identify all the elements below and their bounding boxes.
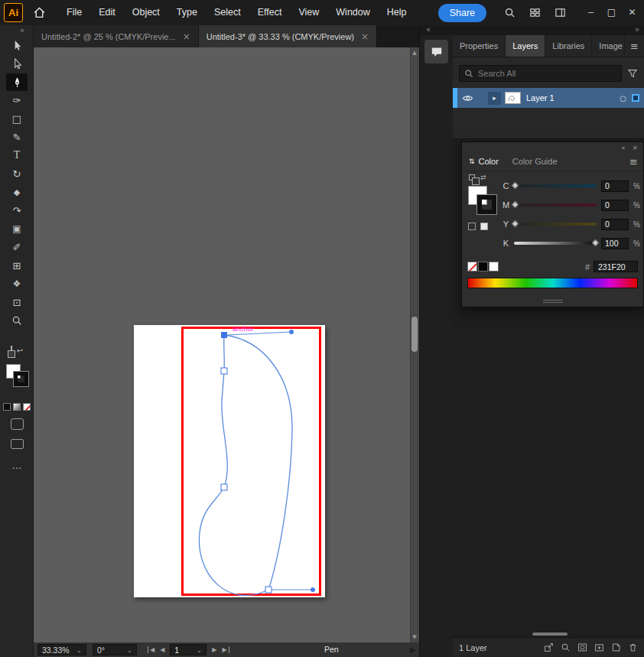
symbols-tool[interactable]: ❖ [0,275,34,293]
workspace-switcher-icon[interactable] [555,7,566,18]
eraser-tool[interactable]: ◆ [0,183,34,201]
menu-object[interactable]: Object [124,0,168,25]
collapse-comments-icon[interactable]: « [420,25,453,35]
close-panel-icon[interactable]: × [632,144,638,151]
rotation-dropdown[interactable]: 0° ⌄ [93,644,137,655]
panel-resize-grip[interactable] [543,300,563,304]
slider-thumb[interactable] [512,201,519,209]
type-tool[interactable]: T [0,146,34,164]
close-button[interactable]: ✕ [622,0,642,25]
black-swatch[interactable] [478,262,488,272]
tab-close-icon[interactable]: × [361,31,369,42]
black-slider[interactable] [514,242,597,245]
home-icon[interactable] [33,6,46,19]
last-artboard-icon[interactable]: ▶ [222,646,229,653]
cyan-slider[interactable] [514,184,597,187]
tab-image-trace[interactable]: Image Tra [592,35,625,57]
layer-row-layer-1[interactable]: ▸ Layer 1 ○ [453,88,644,108]
none-fill-icon[interactable] [23,403,31,411]
tab-properties[interactable]: Properties [453,35,506,57]
black-value-input[interactable] [601,238,629,249]
color-spectrum-bar[interactable] [467,278,638,288]
new-sublayer-icon[interactable] [594,642,604,652]
collect-for-export-icon[interactable] [544,642,554,652]
eyedropper-tool[interactable]: ✐ [0,238,34,256]
gradient-fill-icon[interactable] [13,403,21,411]
menu-help[interactable]: Help [379,0,415,25]
duplicate-state-icon[interactable] [11,346,12,355]
arrange-documents-icon[interactable] [529,7,541,18]
previous-artboard-icon[interactable]: ◀ [160,646,164,653]
pattern-swatch-icon[interactable] [468,223,476,230]
white-swatch[interactable] [489,262,499,272]
yellow-slider[interactable] [514,223,597,226]
zoom-tool[interactable] [0,311,34,330]
maximize-button[interactable]: □ [601,0,622,25]
pencil-tool[interactable]: ✎ [0,128,34,146]
slider-thumb[interactable] [592,239,600,247]
scrollbar-thumb[interactable] [411,317,418,352]
magenta-value-input[interactable] [601,200,629,211]
selection-tool[interactable] [0,36,34,54]
default-colors-icon[interactable] [469,174,475,181]
share-button[interactable]: Share [438,4,486,22]
direct-selection-tool[interactable] [0,54,34,73]
slider-thumb[interactable] [512,220,519,228]
artboard-number-input[interactable] [174,646,193,655]
layers-search-input[interactable] [478,69,616,78]
comments-button[interactable] [424,40,448,63]
menu-select[interactable]: Select [206,0,249,25]
swap-colors-icon[interactable]: ⇄ [480,174,486,181]
artboard-tool[interactable]: ⊡ [0,293,34,311]
shape-builder-tool[interactable]: ⊞ [0,256,34,275]
stroke-color-swatch[interactable] [477,195,496,214]
canvas[interactable]: anchor ▲ ▼ [34,47,419,642]
panel-menu-icon[interactable]: ≡ [625,35,644,57]
layers-search-field[interactable] [459,65,622,82]
pen-tool[interactable] [0,73,34,91]
cyan-value-input[interactable] [601,181,629,192]
new-layer-icon[interactable] [611,642,621,652]
drawing-modes-button[interactable] [0,418,34,430]
toolbar-expand-icon[interactable]: » [0,25,33,36]
tab-color[interactable]: ⇅ Color [462,157,506,166]
layer-thumbnail[interactable] [505,92,521,104]
hex-value-input[interactable] [594,261,638,272]
layer-target-icon[interactable]: ○ [620,94,626,102]
layer-selection-chip[interactable] [632,94,639,102]
menu-edit[interactable]: Edit [90,0,124,25]
screen-mode-button[interactable] [0,439,34,449]
vertical-scrollbar[interactable]: ▲ ▼ [410,47,419,642]
locate-object-icon[interactable] [561,642,571,652]
rotate-tool[interactable]: ↻ [0,164,34,183]
menu-type[interactable]: Type [168,0,206,25]
edit-toolbar-button[interactable]: … [0,460,34,471]
status-bar-next-icon[interactable]: ▶ [410,646,416,654]
minimize-button[interactable]: – [581,0,601,25]
tab-close-icon[interactable]: × [183,31,190,42]
tab-color-guide[interactable]: Color Guide [506,157,564,166]
frame-tool[interactable]: ▣ [0,220,34,238]
tab-layers[interactable]: Layers [506,35,545,57]
none-swatch[interactable] [467,262,477,272]
stroke-color-swatch[interactable] [14,372,28,386]
menu-window[interactable]: Window [327,0,378,25]
menu-view[interactable]: View [290,0,327,25]
curvature-tool[interactable]: ✑ [0,91,34,109]
rotate-view-tool[interactable]: ↷ [0,201,34,220]
scroll-up-icon[interactable]: ▲ [411,50,418,56]
zoom-level-dropdown[interactable]: 33.33% ⌄ [37,644,86,655]
last-color-icon[interactable] [480,223,488,230]
tab-libraries[interactable]: Libraries [545,35,592,57]
rectangle-tool[interactable]: □ [0,109,34,128]
next-artboard-icon[interactable]: ▶ [212,646,216,653]
first-artboard-icon[interactable]: ◀ [148,646,154,653]
expand-panels-icon[interactable]: » [635,25,639,34]
clipping-mask-icon[interactable] [577,642,587,652]
undo-arrow-icon[interactable]: ↩ [17,346,23,355]
collapse-panel-icon[interactable]: « [621,144,626,151]
yellow-value-input[interactable] [601,219,629,230]
artboard-number-field[interactable]: ⌄ [170,644,207,655]
horizontal-scrollbar-thumb[interactable] [532,633,568,636]
color-fill-icon[interactable] [3,403,11,411]
